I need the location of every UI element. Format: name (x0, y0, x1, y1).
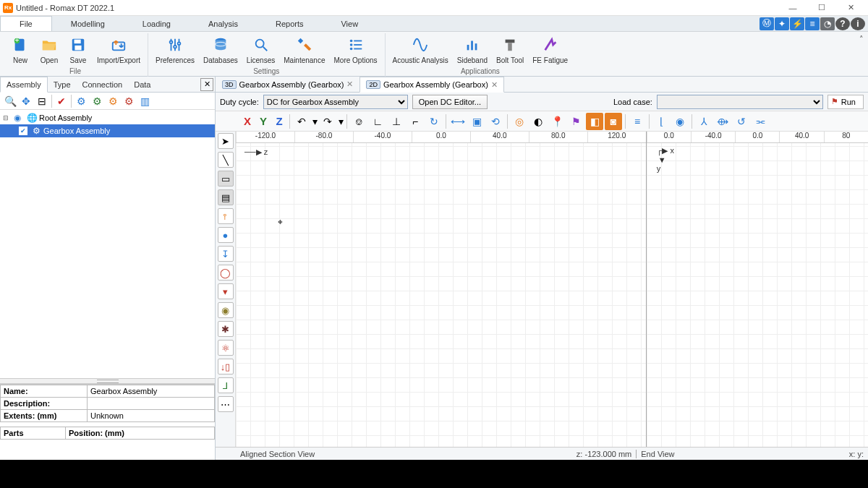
axis-z-button[interactable]: Z (272, 113, 286, 130)
angle-icon[interactable]: ∟ (369, 113, 386, 130)
canvas-end-view[interactable]: 0.0 -40.0 0.0 40.0 80 ┌▶ x ▼ y (647, 132, 868, 447)
bolt-icon[interactable]: ⚡ (790, 17, 804, 30)
snap-icon[interactable]: ⎊ (350, 113, 367, 130)
minimize-button[interactable]: — (778, 0, 807, 16)
tab-assembly[interactable]: Assembly (0, 77, 48, 93)
step-tool[interactable]: ▤ (218, 189, 234, 205)
save-button[interactable]: Save (64, 33, 93, 66)
doc-tab-2d[interactable]: 2D Gearbox Assembly (Gearbox) ✕ (359, 77, 503, 93)
tab-data[interactable]: Data (128, 77, 156, 92)
open-dc-editor-button[interactable]: Open DC Editor... (412, 95, 488, 109)
zoom-icon[interactable]: 🔍 (3, 94, 17, 108)
report-icon[interactable]: ▥ (137, 94, 152, 108)
pin-tool[interactable]: ↧ (218, 246, 234, 262)
circle-target-icon[interactable]: ◉ (671, 113, 689, 130)
bolt-tool-button[interactable]: Bolt Tool (492, 33, 528, 66)
canvas-section-view[interactable]: -120.0 -80.0 -40.0 0.0 40.0 80.0 120.0 ─… (236, 132, 647, 447)
check-icon[interactable]: ✔ (54, 94, 69, 108)
gear-blue-icon[interactable]: ⚙ (74, 94, 88, 108)
gear-orange-icon[interactable]: ⚙ (106, 94, 120, 108)
duty-cycle-select[interactable]: DC for Gearbox Assembly (263, 95, 408, 109)
left-panel-close-button[interactable]: ✕ (200, 78, 213, 91)
redo-button[interactable]: ↷ (319, 113, 336, 130)
more-tools[interactable]: ⋯ (218, 396, 234, 412)
list-icon[interactable]: ≡ (805, 17, 820, 30)
link-icon[interactable]: ⟴ (714, 113, 731, 130)
menu-view[interactable]: View (322, 16, 377, 31)
close-button[interactable]: ✕ (836, 0, 865, 16)
coupling-tool[interactable]: ⚛ (218, 340, 234, 356)
align-icon[interactable]: ▣ (468, 113, 485, 130)
tree-toggle-icon[interactable]: ⊟ (3, 114, 10, 121)
doc-tab-3d[interactable]: 3D Gearbox Assembly (Gearbox) ✕ (216, 77, 359, 92)
stop-icon[interactable]: ◧ (586, 113, 603, 130)
eye-icon[interactable]: ◉ (12, 112, 23, 124)
rect-tool[interactable]: ▭ (218, 171, 234, 187)
corner-icon[interactable]: ⌐ (407, 113, 424, 130)
rotate-icon[interactable]: ⟲ (487, 113, 504, 130)
import-export-button[interactable]: Import/Export (93, 33, 145, 66)
spark-icon[interactable]: ✦ (775, 17, 789, 30)
brand-icon[interactable]: Ⓜ (760, 17, 774, 30)
menu-file[interactable]: File (0, 16, 52, 31)
undo-dropdown[interactable]: ▾ (312, 113, 318, 130)
maintenance-button[interactable]: Maintenance (279, 33, 329, 66)
fe-fatigue-button[interactable]: FE Fatigue (528, 33, 572, 66)
path-tool[interactable]: ⅃ (218, 377, 234, 393)
planet-tool[interactable]: ✱ (218, 321, 234, 337)
tab-connection[interactable]: Connection (77, 77, 129, 92)
cycle-icon[interactable]: ↺ (733, 113, 750, 130)
sideband-button[interactable]: Sideband (453, 33, 492, 66)
doc-tab-3d-close[interactable]: ✕ (346, 80, 353, 89)
ribbon-collapse-button[interactable]: ˄ (859, 35, 864, 44)
graph-icon[interactable]: ⅄ (695, 113, 712, 130)
menu-loading[interactable]: Loading (124, 16, 190, 31)
tree-root-row[interactable]: ⊟ ◉ 🌐 Root Assembly (0, 111, 215, 124)
camera-icon[interactable]: ◙ (605, 113, 622, 130)
spring-tool[interactable]: ⫯ (218, 208, 234, 224)
gear-green-icon[interactable]: ⚙ (90, 94, 104, 108)
menu-modelling[interactable]: Modelling (52, 16, 124, 31)
gear-tool[interactable]: ◉ (218, 302, 234, 318)
point-tool[interactable]: ▾ (218, 283, 234, 299)
bearing-tool[interactable]: ◯ (218, 265, 234, 281)
run-button[interactable]: ⚑ Run (827, 95, 864, 109)
line-tool[interactable]: ╲ (218, 152, 234, 168)
preferences-button[interactable]: Preferences (151, 33, 199, 66)
menu-icon[interactable]: ≡ (629, 113, 646, 130)
help-icon[interactable]: ? (835, 17, 850, 30)
redo-dropdown[interactable]: ▾ (338, 113, 344, 130)
collapse-icon[interactable]: ⊟ (35, 94, 49, 108)
databases-button[interactable]: Databases (199, 33, 242, 66)
dimension-icon[interactable]: ⟷ (449, 113, 467, 130)
tab-type[interactable]: Type (48, 77, 77, 92)
pin-icon[interactable]: 📍 (548, 113, 566, 130)
corner-view-icon[interactable]: ⌊ (652, 113, 670, 130)
doc-tab-2d-close[interactable]: ✕ (491, 80, 498, 90)
select-tool[interactable]: ➤ (218, 133, 234, 149)
checkbox-icon[interactable]: ✔ (19, 127, 27, 135)
load-tool[interactable]: ↓▯ (218, 359, 234, 374)
chain-icon[interactable]: ⫘ (752, 113, 769, 130)
loadcase-select[interactable] (657, 95, 823, 109)
flag-icon[interactable]: ⚑ (567, 113, 584, 130)
axis-y-button[interactable]: Y (256, 113, 271, 130)
axis-x-button[interactable]: X (240, 113, 255, 130)
prop-desc-value[interactable] (88, 398, 215, 410)
tree-child-row[interactable]: ✔ ⚙ Gearbox Assembly (0, 124, 215, 137)
perpendicular-icon[interactable]: ⊥ (388, 113, 405, 130)
more-options-button[interactable]: More Options (330, 33, 382, 66)
licenses-button[interactable]: Licenses (242, 33, 279, 66)
gauge-icon[interactable]: ◐ (529, 113, 547, 130)
move-icon[interactable]: ✥ (19, 94, 33, 108)
new-button[interactable]: + New (6, 33, 35, 66)
menu-analysis[interactable]: Analysis (190, 16, 257, 31)
prop-name-value[interactable]: Gearbox Assembly (88, 385, 215, 398)
acoustic-analysis-button[interactable]: Acoustic Analysis (388, 33, 453, 66)
clock-icon[interactable]: ◔ (820, 17, 835, 30)
info-icon[interactable]: i (851, 17, 865, 30)
circle-tool[interactable]: ● (218, 227, 234, 243)
gear-red-icon[interactable]: ⚙ (122, 94, 136, 108)
undo-button[interactable]: ↶ (293, 113, 310, 130)
open-button[interactable]: Open (35, 33, 64, 66)
